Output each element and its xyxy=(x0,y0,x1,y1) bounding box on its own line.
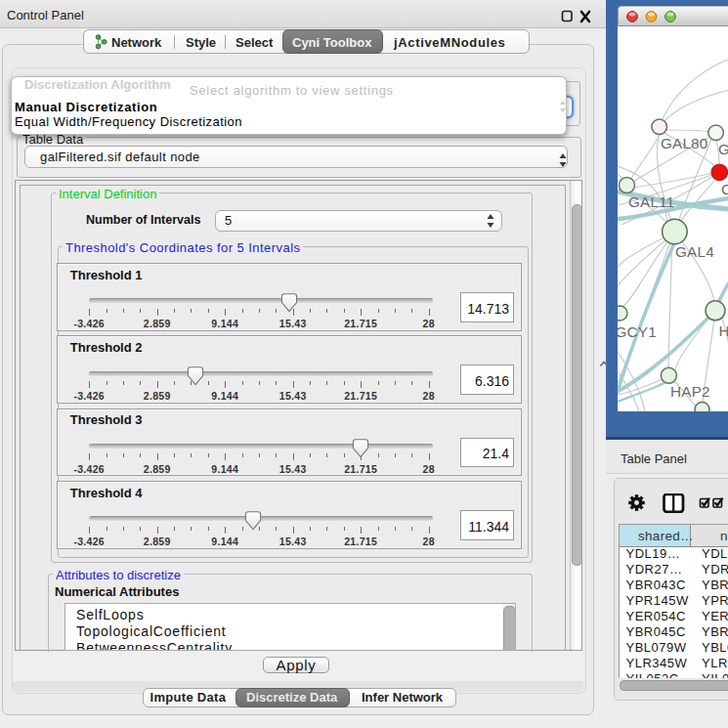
svg-text:H: H xyxy=(719,322,728,339)
svg-text:C: C xyxy=(721,181,728,197)
svg-text:GAL4: GAL4 xyxy=(675,243,714,260)
svg-text:GCY1: GCY1 xyxy=(618,323,657,340)
svg-text:GAL80: GAL80 xyxy=(661,135,708,151)
svg-text:GAL11: GAL11 xyxy=(628,193,675,210)
svg-text:HAP2: HAP2 xyxy=(670,383,710,400)
svg-text:GA: GA xyxy=(718,141,728,157)
